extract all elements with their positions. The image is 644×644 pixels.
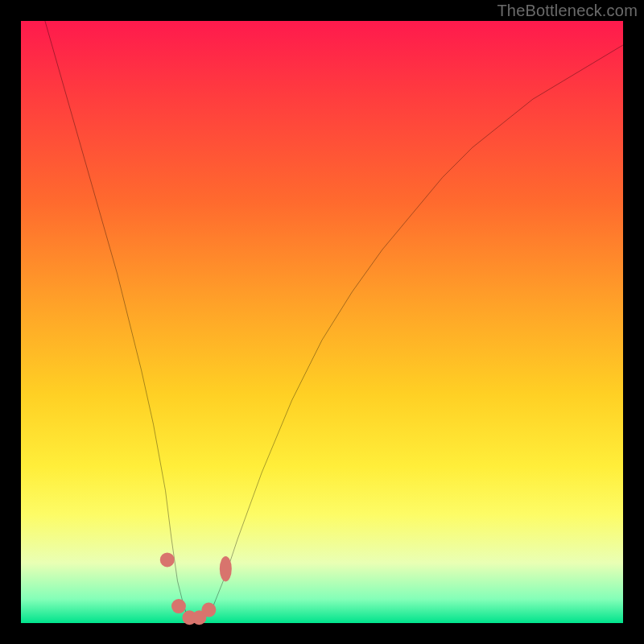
lozenge-right-shoulder <box>220 556 232 581</box>
watermark-text: TheBottleneck.com <box>497 2 638 20</box>
dot-left-shoulder <box>160 552 175 567</box>
dot-valley-left <box>171 599 186 613</box>
chart-svg <box>21 21 623 623</box>
plot-area <box>21 21 623 623</box>
bottleneck-curve <box>45 21 623 623</box>
dot-valley-right <box>201 603 216 617</box>
chart-frame: TheBottleneck.com <box>0 0 644 644</box>
chart-markers <box>160 552 232 625</box>
